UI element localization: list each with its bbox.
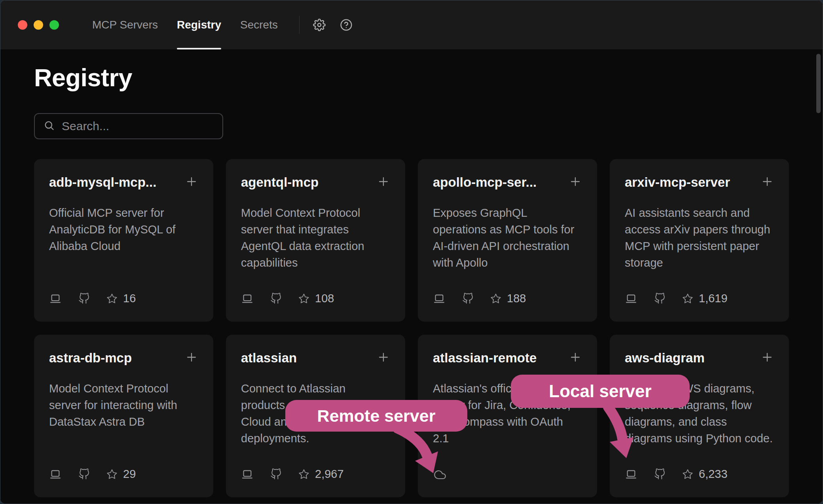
server-card-grid: adb-mysql-mcp... Official MCP server for… [34,159,789,497]
plus-icon [760,175,774,188]
remote-server-callout: Remote server [285,400,467,432]
tab-registry[interactable]: Registry [177,0,221,49]
tab-mcp-servers[interactable]: MCP Servers [92,0,158,49]
github-icon [270,293,282,304]
tab-secrets[interactable]: Secrets [240,0,278,49]
plus-icon [377,351,390,364]
server-name: apollo-mcp-ser... [433,174,537,190]
star-icon [298,293,309,304]
server-name: atlassian [241,350,297,366]
server-card[interactable]: adb-mysql-mcp... Official MCP server for… [34,159,213,322]
plus-icon [569,175,582,188]
server-name: agentql-mcp [241,174,319,190]
titlebar-divider [299,16,300,34]
search-box [34,113,223,139]
laptop-icon [625,468,637,480]
zoom-button[interactable] [49,20,59,30]
add-server-button[interactable] [760,351,774,364]
card-footer: 108 [241,292,334,305]
server-card[interactable]: apollo-mcp-ser... Exposes GraphQL operat… [418,159,597,322]
card-footer: 1,619 [625,292,728,305]
server-card[interactable]: agentql-mcp Model Context Protocol serve… [226,159,405,322]
gear-icon [313,19,326,31]
server-name: aws-diagram [625,350,705,366]
server-description: Model Context Protocol server for intera… [49,380,198,430]
server-description: AI assistants search and access arXiv pa… [625,205,774,271]
star-icon [682,469,693,480]
star-count: 108 [315,292,334,305]
laptop-icon [241,293,254,305]
card-footer: 16 [49,292,136,305]
add-server-button[interactable] [569,175,582,188]
server-name: adb-mysql-mcp... [49,174,156,190]
star-icon [490,293,501,304]
close-button[interactable] [18,20,27,30]
help-icon [340,19,353,31]
settings-button[interactable] [313,19,326,31]
add-server-button[interactable] [185,351,198,364]
star-count: 6,233 [699,468,728,481]
server-description: Official MCP server for AnalyticDB for M… [49,205,198,254]
add-server-button[interactable] [760,175,774,188]
server-name: astra-db-mcp [49,350,132,366]
laptop-icon [49,293,62,305]
card-footer: 6,233 [625,468,728,481]
card-footer: 188 [433,292,526,305]
help-button[interactable] [340,19,353,31]
laptop-icon [49,468,62,480]
laptop-icon [241,468,254,480]
plus-icon [569,351,582,364]
local-server-callout: Local server [511,375,690,408]
star-count: 2,967 [315,468,344,481]
app-window: MCP Servers Registry Secrets [0,0,823,504]
server-description: Model Context Protocol server that integ… [241,205,390,271]
star-icon [298,469,309,480]
search-input[interactable] [62,119,214,133]
star-count: 29 [123,468,136,481]
add-server-button[interactable] [377,175,390,188]
titlebar: MCP Servers Registry Secrets [0,0,823,50]
star-icon [682,293,693,304]
star-icon [106,469,118,480]
page-title: Registry [34,65,789,90]
github-icon [462,293,474,304]
traffic-lights [18,20,59,30]
star-count: 188 [507,292,526,305]
plus-icon [185,351,198,364]
cloud-icon [433,469,447,481]
star-count: 16 [123,292,136,305]
laptop-icon [625,293,637,305]
plus-icon [185,175,198,188]
star-count: 1,619 [699,292,728,305]
github-icon [654,293,666,304]
add-server-button[interactable] [569,351,582,364]
card-footer: 29 [49,468,136,481]
laptop-icon [433,293,446,305]
github-icon [654,468,666,480]
card-footer [433,469,447,481]
plus-icon [760,351,774,364]
nav-tabs: MCP Servers Registry Secrets [92,0,278,49]
github-icon [270,468,282,480]
server-card[interactable]: arxiv-mcp-server AI assistants search an… [610,159,789,322]
server-name: arxiv-mcp-server [625,174,730,190]
minimize-button[interactable] [34,20,43,30]
add-server-button[interactable] [185,175,198,188]
github-icon [78,468,90,480]
server-name: atlassian-remote [433,350,537,366]
scrollbar-thumb[interactable] [816,54,821,113]
server-card[interactable]: astra-db-mcp Model Context Protocol serv… [34,335,213,497]
search-icon [44,120,55,133]
plus-icon [377,175,390,188]
card-footer: 2,967 [241,468,344,481]
star-icon [106,293,118,304]
registry-page: Registry adb-mysql-mcp... Offici [0,50,823,504]
add-server-button[interactable] [377,351,390,364]
github-icon [78,293,90,304]
server-card[interactable]: aws-diagram Generate AWS diagrams, seque… [610,335,789,497]
server-description: Exposes GraphQL operations as MCP tools … [433,205,582,271]
